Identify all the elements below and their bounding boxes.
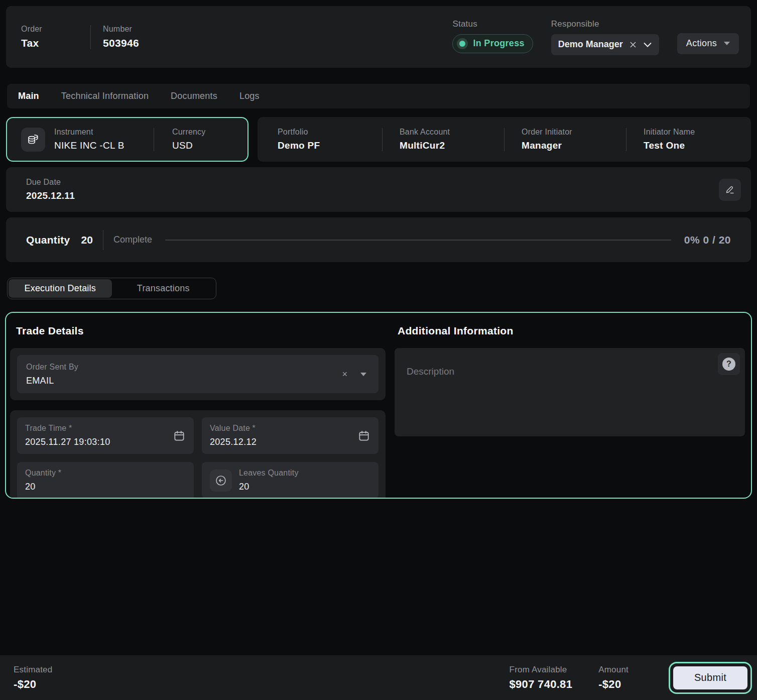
due-date-value: 2025.12.11 xyxy=(26,190,75,201)
instrument-divider xyxy=(154,128,154,151)
progress-text: 0% 0 / 20 xyxy=(684,234,731,246)
actions-button-label: Actions xyxy=(686,38,717,49)
currency-label: Currency xyxy=(172,128,237,137)
estimated-label: Estimated xyxy=(14,665,52,675)
due-date-field: Due Date 2025.12.11 xyxy=(26,178,75,201)
trade-details-title: Trade Details xyxy=(16,325,386,337)
summary-footer: Estimated -$20 From Available $907 740.8… xyxy=(0,655,757,700)
order-number-value: 503946 xyxy=(103,37,139,49)
estimated-field: Estimated -$20 xyxy=(14,665,52,691)
trade-time-label: Trade Time * xyxy=(25,424,110,433)
currency-field: Currency USD xyxy=(172,128,237,151)
initiator-name-field: Initiator Name Test One xyxy=(626,128,748,151)
calendar-icon[interactable] xyxy=(357,429,370,442)
submit-focus-ring: Submit xyxy=(669,662,752,694)
value-date-input[interactable]: Value Date * 2025.12.12 xyxy=(202,417,378,454)
remove-responsible-icon[interactable] xyxy=(629,41,637,49)
instrument-value: NIKE INC -CL B xyxy=(54,140,145,151)
progress-bar xyxy=(165,240,671,241)
status-group: Status In Progress xyxy=(452,19,533,53)
status-label: Status xyxy=(452,19,533,29)
value-date-value: 2025.12.12 xyxy=(210,437,257,447)
clear-icon[interactable]: × xyxy=(342,370,347,379)
order-sent-by-label: Order Sent By xyxy=(26,363,78,372)
trade-time-value: 2025.11.27 19:03:10 xyxy=(25,437,110,447)
order-initiator-label: Order Initiator xyxy=(522,128,626,137)
portfolio-label: Portfolio xyxy=(278,128,382,137)
apply-leaves-quantity-button[interactable] xyxy=(210,470,232,492)
bank-account-label: Bank Account xyxy=(400,128,504,137)
due-date-label: Due Date xyxy=(26,178,75,187)
main-tabbar: Main Technical Information Documents Log… xyxy=(7,84,750,108)
order-sent-by-icons: × xyxy=(342,370,369,379)
amount-field: Amount -$20 xyxy=(598,665,628,691)
from-available-field: From Available $907 740.81 xyxy=(510,665,573,691)
order-sent-by-group: Order Sent By EMAIL × xyxy=(10,348,386,400)
quantity-progress-card: Quantity 20 Complete 0% 0 / 20 xyxy=(6,217,751,262)
responsible-group: Responsible Demo Manager xyxy=(551,19,659,55)
execution-subtabs: Execution Details Transactions xyxy=(7,278,216,299)
estimated-value: -$20 xyxy=(14,678,52,691)
instrument-card[interactable]: Instrument NIKE INC -CL B Currency USD xyxy=(6,117,248,162)
order-page: Order Tax Number 503946 Status In Progre… xyxy=(0,0,757,700)
coins-icon xyxy=(21,128,45,152)
status-badge: In Progress xyxy=(452,34,533,53)
tab-documents[interactable]: Documents xyxy=(171,91,217,101)
value-date-label: Value Date * xyxy=(210,424,257,433)
actions-button[interactable]: Actions xyxy=(677,33,739,54)
subtab-execution-details[interactable]: Execution Details xyxy=(9,279,112,298)
calendar-icon[interactable] xyxy=(173,429,186,442)
due-date-card: Due Date 2025.12.11 xyxy=(6,167,751,212)
description-textarea[interactable] xyxy=(395,348,745,436)
order-sent-by-value: EMAIL xyxy=(26,376,78,386)
status-badge-text: In Progress xyxy=(473,38,524,49)
portfolio-field: Portfolio Demo PF xyxy=(261,128,382,151)
quantity-input[interactable]: Quantity * 20 xyxy=(17,462,194,499)
tab-logs[interactable]: Logs xyxy=(239,91,260,101)
currency-value: USD xyxy=(172,140,237,151)
quantity-title: Quantity xyxy=(26,234,70,246)
bank-account-field: Bank Account MultiCur2 xyxy=(383,128,504,151)
caret-down-icon[interactable] xyxy=(360,373,366,376)
order-info-card: Portfolio Demo PF Bank Account MultiCur2… xyxy=(258,117,751,162)
additional-information-section: Additional Information ? xyxy=(395,317,747,499)
arrow-left-circle-icon xyxy=(214,474,227,487)
instrument-info-row: Instrument NIKE INC -CL B Currency USD P… xyxy=(6,117,751,162)
order-header: Order Tax Number 503946 Status In Progre… xyxy=(6,6,751,68)
header-actions-area: Status In Progress Responsible Demo Mana… xyxy=(452,19,739,55)
responsible-label: Responsible xyxy=(551,19,659,29)
submit-button[interactable]: Submit xyxy=(673,666,747,689)
description-help-button[interactable]: ? xyxy=(718,353,740,375)
order-number-field: Number 503946 xyxy=(103,25,139,49)
instrument-field: Instrument NIKE INC -CL B xyxy=(54,128,145,151)
pencil-icon xyxy=(724,184,735,195)
responsible-value: Demo Manager xyxy=(558,39,623,50)
edit-due-date-button[interactable] xyxy=(719,179,741,201)
order-type-label: Order xyxy=(21,25,78,34)
description-box: ? xyxy=(395,348,745,436)
order-type-value: Tax xyxy=(21,37,78,49)
tab-technical-information[interactable]: Technical Information xyxy=(61,91,149,101)
order-number-label: Number xyxy=(103,25,139,34)
execution-details-panel: Trade Details Order Sent By EMAIL × xyxy=(5,312,752,499)
status-dot-icon xyxy=(457,38,468,49)
subtab-transactions[interactable]: Transactions xyxy=(112,279,215,298)
initiator-name-label: Initiator Name xyxy=(644,128,748,137)
trade-details-section: Trade Details Order Sent By EMAIL × xyxy=(10,317,386,499)
from-available-label: From Available xyxy=(510,665,573,675)
order-sent-by-texts: Order Sent By EMAIL xyxy=(26,363,78,386)
quantity-input-value: 20 xyxy=(25,482,61,492)
complete-label: Complete xyxy=(113,235,152,245)
order-sent-by-select[interactable]: Order Sent By EMAIL × xyxy=(17,355,378,393)
responsible-chevron-down-icon[interactable] xyxy=(643,42,652,48)
quantity-total-value: 20 xyxy=(81,234,93,246)
bank-account-value: MultiCur2 xyxy=(400,140,504,151)
responsible-chip[interactable]: Demo Manager xyxy=(551,34,659,55)
tab-main[interactable]: Main xyxy=(18,91,39,101)
leaves-quantity-label: Leaves Quantity xyxy=(239,469,299,478)
amount-value: -$20 xyxy=(598,678,628,691)
initiator-name-value: Test One xyxy=(644,140,748,151)
quantity-input-label: Quantity * xyxy=(25,469,61,478)
order-initiator-value: Manager xyxy=(522,140,626,151)
trade-time-input[interactable]: Trade Time * 2025.11.27 19:03:10 xyxy=(17,417,194,454)
